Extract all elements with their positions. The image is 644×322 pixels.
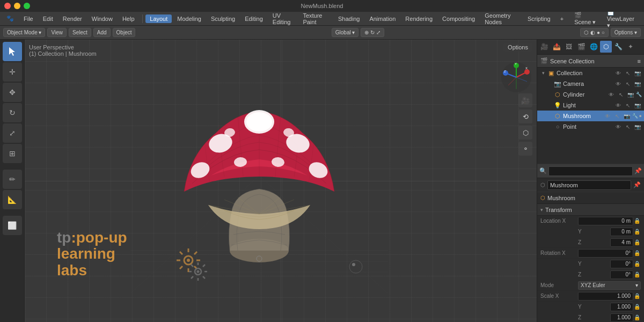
object-menu[interactable]: Object [113,28,136,37]
props-scene-icon[interactable]: 🎬 [575,41,587,53]
tool-cursor[interactable]: ✛ [3,62,22,82]
add-workspace[interactable]: + [556,14,568,23]
workspace-uv-editing[interactable]: UV Editing [268,11,298,26]
workspace-geometry-nodes[interactable]: Geometry Nodes [480,11,522,26]
props-object-icon[interactable]: ⬡ [600,41,612,53]
workspace-layout[interactable]: Layout [145,14,172,23]
zoom-extents-btn[interactable]: ⟲ [518,109,532,123]
tool-rotate[interactable]: ↻ [3,103,22,122]
rotation-mode-select[interactable]: XYZ Euler ▾ [578,281,641,290]
outliner-camera[interactable]: 📷 Camera 👁 ↖ 📷 [537,78,644,89]
location-z-value[interactable]: 4 m [610,238,633,247]
svg-line-43 [203,276,205,279]
minimize-button[interactable] [14,3,20,9]
viewport-nav-icons: 🎥 ⟲ ⬡ ⚬ [518,93,532,156]
menu-file[interactable]: File [19,14,38,23]
scene-selector[interactable]: 🎬 Scene ▾ [570,11,602,27]
scale-x-value[interactable]: 1.000 [578,292,633,301]
tool-add-cube[interactable]: ⬜ [3,216,22,235]
scale-y-value[interactable]: 1.000 [610,303,633,311]
props-pin-icon[interactable]: 📌 [634,167,642,174]
scale-z-value[interactable]: 1.000 [610,313,633,322]
transform-icons[interactable]: ⊕ ↻ ⤢ [361,28,384,37]
workspace-scripting[interactable]: Scripting [523,14,555,23]
rot-lock-z[interactable]: 🔒 [633,272,641,277]
tool-annotate[interactable]: ✏ [3,170,22,189]
workspace-modeling[interactable]: Modeling [173,14,206,23]
viewport-shading[interactable]: ⬡ ◐ ● ○ [580,28,608,37]
workspace-editing[interactable]: Editing [240,14,267,23]
props-world-icon[interactable]: 🌐 [588,41,599,53]
props-output-icon[interactable]: 📤 [551,41,562,53]
viewport-gizmo[interactable]: X Y Z [500,61,532,93]
workspace-rendering[interactable]: Rendering [401,14,437,23]
camera-visibility[interactable]: 👁 [614,81,623,87]
workspace-animation[interactable]: Animation [365,14,400,23]
outliner-point[interactable]: ○ Point 👁 ↖ 📷 [537,121,644,132]
outliner-cylinder[interactable]: ⬡ Cylinder 👁 ↖ 📷 🔧 [537,89,644,100]
workspace-shading[interactable]: Shading [334,14,364,23]
transform-global[interactable]: Global [332,28,359,37]
scale-lock-y[interactable]: 🔒 [633,304,641,310]
props-view-icon[interactable]: 🖼 [563,41,575,53]
filter-icon[interactable]: ≡ [638,58,641,64]
tool-measure[interactable]: 📐 [3,190,22,209]
location-x-row: Location X 0 m 🔒 [537,216,644,226]
tool-transform[interactable]: ⊞ [3,144,22,163]
props-particles-icon[interactable]: ✦ [625,41,636,53]
tool-move[interactable]: ✥ [3,83,22,102]
tool-scale[interactable]: ⤢ [3,123,22,143]
maximize-button[interactable] [24,3,30,9]
lock-y-icon[interactable]: 🔒 [633,229,641,235]
menu-blender[interactable]: 🐾 [2,14,18,23]
rotation-y-value[interactable]: 0° [610,260,633,268]
lock-z-icon[interactable]: 🔒 [633,239,641,245]
tool-select[interactable] [3,42,22,61]
transform-section-header[interactable]: ▾ Transform [537,204,644,216]
workspace-texture-paint[interactable]: Texture Paint [298,11,333,26]
lock-x-icon[interactable]: 🔒 [633,218,641,224]
scale-lock-x[interactable]: 🔒 [633,293,641,299]
view-menu[interactable]: View [47,28,67,37]
window-controls[interactable] [4,3,30,9]
rotation-x-value[interactable]: 0° [578,249,633,258]
viewport-options-btn[interactable]: Options [503,43,532,52]
menu-help[interactable]: Help [118,14,139,23]
workspace-compositing[interactable]: Compositing [438,14,479,23]
rotation-z-value[interactable]: 0° [610,270,633,279]
location-y-value[interactable]: 0 m [610,228,633,236]
close-button[interactable] [4,3,11,9]
menu-edit[interactable]: Edit [39,14,57,23]
rot-lock-y[interactable]: 🔒 [633,261,641,267]
outliner-mushroom[interactable]: ⬡ Mushroom 👁 ↖ 📷 🔧 ● [537,111,644,121]
add-menu[interactable]: Add [93,28,111,37]
select-toggle[interactable]: ↖ [624,70,632,76]
toggle-local-btn[interactable]: ⚬ [518,142,532,156]
search-input[interactable] [548,166,633,176]
camera-render[interactable]: 📷 [633,81,642,87]
render-toggle[interactable]: 📷 [633,70,642,76]
workspace-sculpting[interactable]: Sculpting [207,14,239,23]
outliner-light[interactable]: 💡 Light 👁 ↖ 📷 [537,100,644,111]
pin-active-icon[interactable]: 📌 [633,181,641,188]
menu-render[interactable]: Render [58,14,86,23]
y-sub-label: Y [578,229,610,235]
visibility-toggle[interactable]: 👁 [614,70,623,76]
props-modifier-icon[interactable]: 🔧 [612,41,624,53]
location-x-value[interactable]: 0 m [578,217,633,225]
svg-line-34 [194,252,197,254]
rot-lock-x[interactable]: 🔒 [633,250,641,256]
props-render-icon[interactable]: 🎥 [538,41,550,53]
menu-window[interactable]: Window [87,14,117,23]
select-menu[interactable]: Select [69,28,91,37]
zoom-camera-btn[interactable]: 🎥 [518,93,532,107]
outliner-collection[interactable]: ▾ ▣ Collection 👁 ↖ 📷 [537,68,644,78]
object-name-input[interactable] [547,180,631,190]
toggle-persp-btn[interactable]: ⬡ [518,126,532,140]
options-btn[interactable]: Options [611,28,641,37]
mode-dropdown[interactable]: Object Mode [3,28,45,37]
scale-lock-z[interactable]: 🔒 [633,314,641,320]
viewport[interactable]: User Perspective (1) Collection | Mushro… [25,40,537,322]
mode-label: Mode [540,282,578,288]
camera-select[interactable]: ↖ [624,81,632,87]
